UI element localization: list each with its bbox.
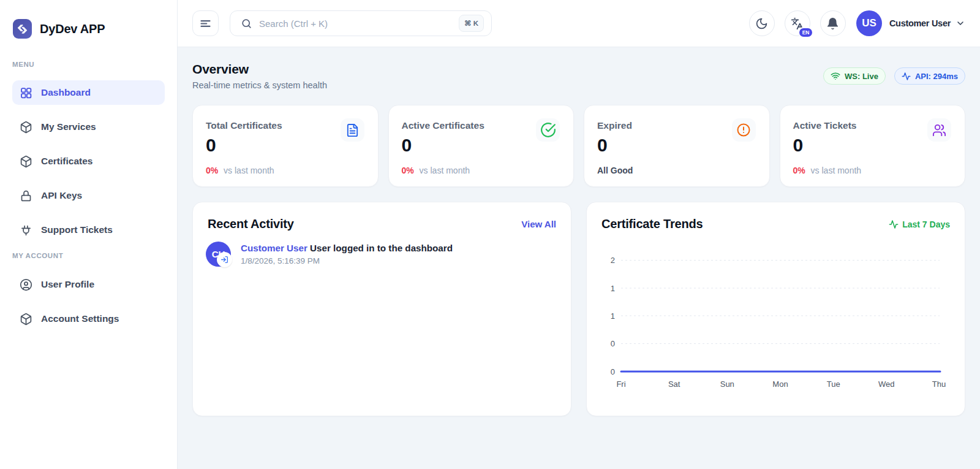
svg-text:2: 2	[611, 256, 615, 265]
svg-text:1: 1	[611, 284, 615, 293]
svg-text:Tue: Tue	[827, 379, 840, 389]
svg-text:0: 0	[611, 339, 615, 348]
svg-text:1: 1	[611, 311, 615, 321]
svg-text:Thu: Thu	[932, 379, 946, 389]
svg-text:Sat: Sat	[668, 379, 680, 389]
svg-text:Sun: Sun	[720, 379, 734, 389]
svg-text:Fri: Fri	[616, 379, 625, 389]
svg-text:Mon: Mon	[772, 379, 788, 389]
svg-text:Wed: Wed	[878, 379, 895, 389]
svg-text:0: 0	[611, 367, 615, 376]
